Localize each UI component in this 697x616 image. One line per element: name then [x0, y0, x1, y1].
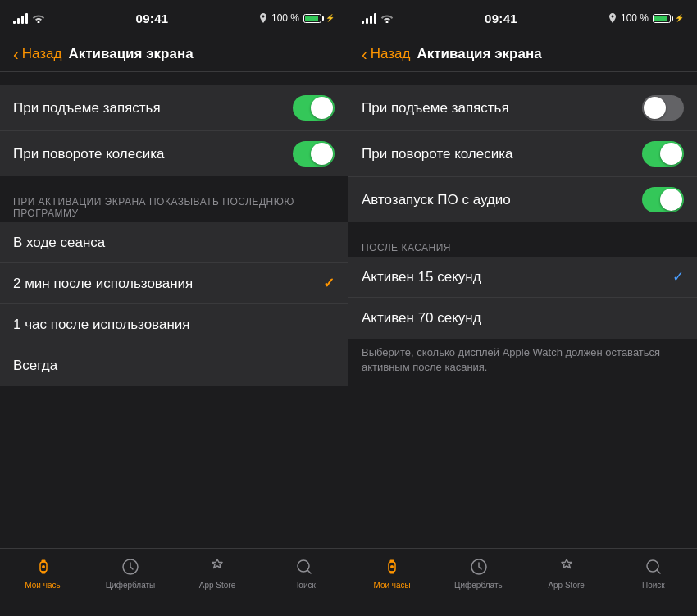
- tab-appstore-left[interactable]: App Store: [174, 555, 261, 590]
- back-label-right: Назад: [371, 46, 411, 62]
- back-button-left[interactable]: ‹ Назад: [13, 46, 61, 62]
- back-label-left: Назад: [22, 46, 62, 62]
- search-icon-left: [293, 555, 316, 578]
- signal-icon: [13, 13, 28, 24]
- during-session-label: В ходе сеанса: [13, 235, 335, 251]
- row-wrist-raise[interactable]: При подъеме запястья: [0, 85, 348, 131]
- tab-faces-right[interactable]: Циферблаты: [435, 555, 522, 590]
- 1hour-label: 1 час после использования: [13, 317, 335, 333]
- tab-label-appstore-left: App Store: [199, 581, 235, 590]
- toggle-thumb-r3: [660, 189, 682, 211]
- status-bar-left: 09:41 100 % ⚡: [0, 0, 348, 36]
- search-icon-right: [642, 555, 665, 578]
- row-crown-rotate[interactable]: При повороте колесика: [0, 131, 348, 176]
- bar2: [17, 18, 20, 24]
- battery-percent-right: 100 %: [621, 12, 649, 24]
- row-2min[interactable]: 2 мин после использования ✓: [0, 263, 348, 304]
- spacer-2: [0, 176, 348, 189]
- svg-point-3: [42, 565, 45, 568]
- svg-rect-8: [390, 572, 394, 574]
- wifi-icon: [32, 13, 45, 23]
- crown-rotate-toggle-r[interactable]: [642, 141, 684, 167]
- section-header-right: ПОСЛЕ КАСАНИЯ: [348, 235, 697, 257]
- tab-label-watch-left: Мои часы: [25, 581, 61, 590]
- svg-point-9: [390, 565, 394, 568]
- content-left: При подъеме запястья При повороте колеси…: [0, 72, 348, 548]
- checkmark-15sec: ✓: [672, 268, 684, 285]
- clock-icon-left: [119, 555, 142, 578]
- row-wrist-raise-right[interactable]: При подъеме запястья: [348, 85, 697, 131]
- toggle-thumb-r1: [644, 97, 666, 119]
- page-title-left: Активация экрана: [68, 46, 193, 62]
- crown-rotate-toggle[interactable]: [293, 141, 335, 167]
- appstore-icon-right: [555, 555, 578, 578]
- row-15sec[interactable]: Активен 15 секунд ✓: [348, 257, 697, 298]
- row-during-session[interactable]: В ходе сеанса: [0, 222, 348, 263]
- signal-icon-right: [362, 13, 376, 24]
- appstore-icon-left: [206, 555, 229, 578]
- tab-label-faces-right: Циферблаты: [454, 581, 504, 590]
- status-time-left: 09:41: [136, 11, 169, 25]
- audio-autolaunch-toggle[interactable]: [642, 187, 684, 212]
- 70sec-label: Активен 70 секунд: [362, 310, 684, 326]
- battery-icon: ⚡: [303, 14, 335, 23]
- bar1: [13, 21, 16, 24]
- bar4r: [374, 13, 376, 24]
- status-time-right: 09:41: [485, 11, 517, 25]
- tab-my-watch-right[interactable]: Мои часы: [348, 555, 435, 590]
- nav-bar-left: ‹ Назад Активация экрана: [0, 36, 348, 72]
- back-chevron-right: ‹: [362, 46, 367, 62]
- 2min-label: 2 мин после использования: [13, 276, 323, 292]
- back-chevron-left: ‹: [13, 46, 19, 62]
- row-1hour[interactable]: 1 час после использования: [0, 304, 348, 345]
- tab-bar-right: Мои часы Циферблаты App Store: [348, 548, 697, 616]
- watch-icon-right: [380, 555, 403, 578]
- checkmark-2min: ✓: [323, 275, 335, 292]
- tab-search-left[interactable]: Поиск: [261, 555, 348, 590]
- watch-icon-left: [32, 555, 55, 578]
- tab-my-watch-left[interactable]: Мои часы: [0, 555, 87, 590]
- right-phone: 09:41 100 % ⚡ ‹ Назад Активация экрана: [348, 0, 697, 616]
- spacer-r2: [348, 222, 697, 235]
- tab-label-search-right: Поиск: [642, 581, 665, 590]
- bar1r: [362, 21, 364, 24]
- bar3r: [370, 16, 372, 24]
- row-crown-rotate-right[interactable]: При повороте колесика: [348, 131, 697, 177]
- toggle-group-left: При подъеме запястья При повороте колеси…: [0, 85, 348, 176]
- wrist-raise-toggle-r[interactable]: [642, 95, 684, 121]
- back-button-right[interactable]: ‹ Назад: [362, 46, 410, 62]
- tab-label-search-left: Поиск: [293, 581, 316, 590]
- list-group-right: Активен 15 секунд ✓ Активен 70 секунд: [348, 257, 697, 339]
- list-group-left: В ходе сеанса 2 мин после использования …: [0, 222, 348, 386]
- wrist-raise-label-r: При подъеме запястья: [362, 100, 642, 116]
- tab-appstore-right[interactable]: App Store: [523, 555, 610, 590]
- row-always[interactable]: Всегда: [0, 345, 348, 386]
- spacer-1: [0, 72, 348, 85]
- content-right: При подъеме запястья При повороте колеси…: [348, 72, 697, 548]
- wrist-raise-label: При подъеме запястья: [13, 100, 293, 116]
- battery-percent: 100 %: [271, 12, 299, 24]
- tab-label-watch-right: Мои часы: [373, 581, 410, 590]
- wrist-raise-toggle[interactable]: [293, 95, 335, 121]
- 15sec-label: Активен 15 секунд: [362, 269, 672, 285]
- wifi-icon-right: [380, 13, 394, 23]
- svg-rect-2: [42, 572, 46, 574]
- toggle-group-right: При подъеме запястья При повороте колеси…: [348, 85, 697, 222]
- status-bar-right: 09:41 100 % ⚡: [348, 0, 697, 36]
- crown-rotate-label-r: При повороте колесика: [362, 146, 642, 162]
- tab-faces-left[interactable]: Циферблаты: [87, 555, 174, 590]
- tab-search-right[interactable]: Поиск: [610, 555, 697, 590]
- tab-bar-left: Мои часы Циферблаты App Store: [0, 548, 348, 616]
- tab-label-faces-left: Циферблаты: [106, 581, 156, 590]
- row-70sec[interactable]: Активен 70 секунд: [348, 298, 697, 339]
- row-audio-autolaunch[interactable]: Автозапуск ПО с аудио: [348, 177, 697, 222]
- bar3: [21, 16, 24, 24]
- battery-icon-right: ⚡: [653, 14, 684, 23]
- status-left-right: [362, 13, 394, 24]
- bar4: [25, 13, 28, 24]
- svg-rect-1: [42, 560, 46, 563]
- clock-icon-right: [467, 555, 490, 578]
- bar2r: [366, 18, 368, 24]
- always-label: Всегда: [13, 358, 335, 374]
- svg-rect-7: [390, 560, 394, 563]
